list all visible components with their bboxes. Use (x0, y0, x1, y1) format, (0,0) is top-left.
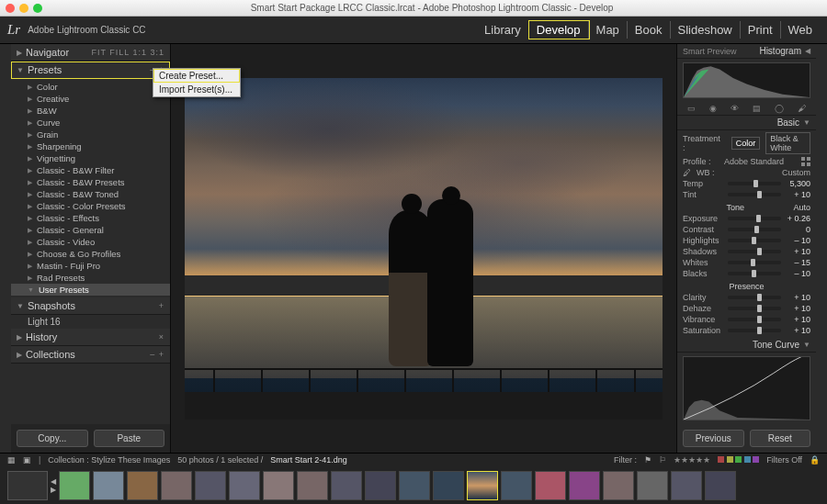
previous-button[interactable]: Previous (683, 430, 744, 447)
preset-folder[interactable]: Creative (11, 93, 170, 105)
module-map[interactable]: Map (589, 21, 628, 39)
treatment-color[interactable]: Color (731, 137, 761, 150)
slider-exposure[interactable]: Exposure+ 0.26 (677, 213, 816, 224)
slider-track[interactable] (728, 239, 781, 242)
snapshots-plus[interactable]: + (159, 301, 164, 310)
profile-value[interactable]: Adobe Standard (724, 157, 801, 166)
preset-folder[interactable]: Color (11, 81, 170, 93)
crop-tool-icon[interactable]: ▭ (687, 104, 696, 113)
slider-contrast[interactable]: Contrast0 (677, 224, 816, 235)
tone-curve-header[interactable]: Tone Curve ▼ (677, 338, 816, 353)
history-clear[interactable]: × (159, 332, 164, 342)
preset-folder-user[interactable]: User Presets (11, 284, 170, 296)
slider-track[interactable] (728, 318, 781, 321)
presets-header[interactable]: Presets – + (11, 62, 170, 79)
profile-browser-icon[interactable] (801, 157, 810, 166)
slider-track[interactable] (728, 261, 781, 264)
histogram-display[interactable] (683, 62, 810, 98)
collection-label[interactable]: Collection : Stylize These Images (48, 455, 170, 465)
snapshot-item[interactable]: Light 16 (11, 315, 170, 329)
auto-tone-button[interactable]: Auto (793, 203, 810, 212)
left-rail[interactable] (0, 44, 11, 453)
filmstrip-thumb[interactable] (331, 471, 362, 500)
navigator-modes[interactable]: FIT FILL 1:1 3:1 (91, 48, 164, 57)
module-book[interactable]: Book (628, 21, 671, 39)
color-label-filter[interactable] (718, 455, 759, 465)
basic-header[interactable]: Basic ▼ (677, 116, 816, 130)
preset-folder[interactable]: Curve (11, 117, 170, 129)
flag-filter-icon[interactable]: ⚑ (644, 455, 651, 465)
star-filter-icon[interactable]: ★★★★★ (674, 455, 710, 465)
slider-track[interactable] (728, 250, 781, 253)
filmstrip-thumb[interactable] (705, 471, 736, 500)
create-preset-item[interactable]: Create Preset... (153, 69, 240, 83)
radial-tool-icon[interactable]: ◯ (775, 104, 784, 113)
filmstrip-thumb[interactable] (297, 471, 328, 500)
filmstrip-thumb[interactable] (501, 471, 532, 500)
slider-tint[interactable]: Tint+ 10 (677, 189, 816, 200)
filmstrip-thumb[interactable] (229, 471, 260, 500)
slider-track[interactable] (728, 228, 781, 231)
collections-header[interactable]: Collections – + (11, 346, 170, 364)
filmstrip-thumb[interactable] (433, 471, 464, 500)
preset-folder[interactable]: Mastin - Fuji Pro (11, 260, 170, 272)
secondary-display-thumb[interactable] (7, 471, 48, 500)
slider-whites[interactable]: Whites– 15 (677, 257, 816, 268)
copy-button[interactable]: Copy... (17, 430, 88, 447)
navigator-header[interactable]: Navigator FIT FILL 1:1 3:1 (11, 44, 170, 62)
image-preview[interactable] (185, 78, 663, 420)
preset-folder[interactable]: B&W (11, 105, 170, 117)
filmstrip[interactable]: ◀▶ (0, 466, 827, 504)
slider-track[interactable] (728, 307, 781, 310)
filmstrip-thumb[interactable] (365, 471, 396, 500)
preset-folder[interactable]: Vignetting (11, 152, 170, 164)
preset-folder[interactable]: Sharpening (11, 140, 170, 152)
module-web[interactable]: Web (781, 21, 821, 39)
slider-track[interactable] (728, 272, 781, 275)
filmstrip-nav[interactable]: ◀▶ (51, 478, 56, 494)
profile-row[interactable]: Profile : Adobe Standard (677, 156, 816, 167)
filmstrip-thumb[interactable] (195, 471, 226, 500)
flag-filter-icon[interactable]: ⚐ (659, 455, 666, 465)
preset-folder[interactable]: Grain (11, 129, 170, 140)
filmstrip-thumb[interactable] (569, 471, 600, 500)
slider-highlights[interactable]: Highlights– 10 (677, 235, 816, 246)
reset-button[interactable]: Reset (750, 430, 811, 447)
preset-folder[interactable]: Classic - Video (11, 236, 170, 248)
module-develop[interactable]: Develop (529, 21, 589, 39)
filmstrip-thumb[interactable] (127, 471, 158, 500)
preset-folder[interactable]: Classic - Effects (11, 212, 170, 224)
filters-off-label[interactable]: Filters Off (766, 455, 802, 465)
preset-folder[interactable]: Classic - B&W Presets (11, 176, 170, 188)
slider-track[interactable] (728, 182, 781, 185)
filmstrip-thumb[interactable] (535, 471, 566, 500)
slider-dehaze[interactable]: Dehaze+ 10 (677, 303, 816, 314)
brush-tool-icon[interactable]: 🖌 (798, 104, 806, 113)
close-window-icon[interactable] (6, 4, 15, 13)
tone-curve-display[interactable] (683, 356, 810, 420)
preset-folder[interactable]: Classic - B&W Filter (11, 164, 170, 176)
gradient-tool-icon[interactable]: ▤ (753, 104, 761, 113)
slider-blacks[interactable]: Blacks– 10 (677, 268, 816, 279)
preset-folder[interactable]: Classic - General (11, 224, 170, 236)
preset-folder[interactable]: Classic - B&W Toned (11, 188, 170, 200)
filmstrip-thumb[interactable] (59, 471, 90, 500)
filmstrip-thumb[interactable] (603, 471, 634, 500)
preset-folder[interactable]: Rad Presets (11, 272, 170, 284)
slider-saturation[interactable]: Saturation+ 10 (677, 325, 816, 336)
zoom-window-icon[interactable] (33, 4, 42, 13)
histogram-title[interactable]: Histogram (759, 46, 801, 56)
preset-folder[interactable]: Choose & Go Profiles (11, 248, 170, 260)
snapshots-header[interactable]: Snapshots + (11, 297, 170, 315)
slider-vibrance[interactable]: Vibrance+ 10 (677, 314, 816, 325)
filmstrip-thumb-selected[interactable] (467, 471, 498, 500)
filter-lock-icon[interactable]: 🔒 (810, 455, 820, 465)
view-mode-2-icon[interactable]: ▣ (23, 455, 31, 465)
filmstrip-thumb[interactable] (263, 471, 294, 500)
slider-track[interactable] (728, 329, 781, 332)
history-header[interactable]: History × (11, 329, 170, 346)
treatment-bw[interactable]: Black & White (765, 132, 810, 154)
redeye-tool-icon[interactable]: 👁 (731, 104, 739, 113)
slider-track[interactable] (728, 296, 781, 299)
module-print[interactable]: Print (741, 21, 781, 39)
